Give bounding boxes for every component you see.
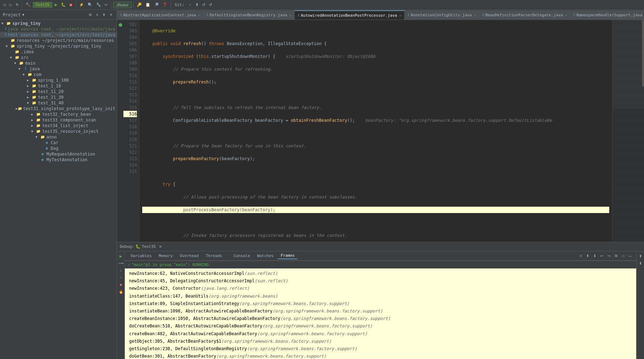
run-btn[interactable]: ▶ [53, 2, 59, 8]
dropdown-arrow[interactable]: ▼ [22, 13, 24, 17]
code-content[interactable]: @Override public void refresh() throws B… [139, 20, 612, 242]
debug-settings-btn[interactable]: 🔥 [118, 288, 124, 295]
tree-item-test33[interactable]: ▶ 📁 test33_component_scan [0, 117, 117, 123]
toolbar-btn8[interactable]: ❓ [161, 2, 169, 8]
debug-toolbar-btn3[interactable]: ⬇ [592, 253, 598, 259]
tab-close-btn[interactable]: ✕ [474, 13, 476, 17]
tree-item-java-src[interactable]: ▼ J java [0, 66, 117, 72]
sidebar-settings-btn[interactable]: ⚙ [87, 12, 93, 17]
toolbar-btn2[interactable]: 🔍 [86, 2, 94, 8]
tree-item-java-test[interactable]: J test sources root, ~/project/src/test/… [0, 32, 117, 38]
tree-item-test-1-10[interactable]: ▶ 📁 test_1_10 [0, 83, 117, 89]
tab-close-btn[interactable]: ✕ [399, 13, 401, 17]
debug-tab-watches[interactable]: Watches [254, 253, 276, 259]
tree-item-idea[interactable]: 📁 .idea [0, 49, 117, 55]
tree-item-java-main[interactable]: J java sources root, ~/project/src/main/… [0, 26, 117, 32]
tree-item-test32[interactable]: ▶ 📁 test32_factory_bean [0, 111, 117, 117]
debug-toolbar-btn4[interactable]: ↩ [599, 253, 605, 259]
debug-side-btn1[interactable]: ⬆ [637, 253, 644, 259]
toolbar-refresh-btn[interactable]: ↻ [14, 2, 20, 8]
debug-step-into-btn[interactable]: ↓ [118, 267, 124, 273]
jrebel-btn[interactable]: JRebel [113, 2, 132, 8]
toolbar-btn3[interactable]: 🔧 [95, 2, 102, 8]
minimap-viewport[interactable] [612, 20, 644, 109]
debug-toolbar-btn7[interactable]: □ [621, 253, 626, 259]
toolbar-btn7[interactable]: 🔎 [152, 2, 160, 8]
frame-item-7[interactable]: doCreateBean:510, AbstractAutowireCapabl… [128, 322, 633, 330]
frame-item-11[interactable]: doGetBean:301, AbstractBeanFactory (org.… [128, 353, 633, 359]
tree-item-com[interactable]: ▼ 📁 com [0, 72, 117, 77]
tree-item-test35[interactable]: ▼ 📁 test35_resource_inject [0, 129, 117, 134]
toolbar-btn6[interactable]: 📋 [144, 2, 152, 8]
sidebar-expand-btn[interactable]: ⬆ [101, 12, 107, 17]
tree-item-spring-tiny[interactable]: ▼ 📁 spring_tiny [0, 21, 117, 26]
frame-item-8[interactable]: createBean:482, AbstractAutowireCapableB… [128, 330, 633, 338]
debug-tab-console[interactable]: Console [231, 253, 253, 259]
debug-tab-threads[interactable]: Threads [203, 253, 225, 259]
stop-btn[interactable]: ■ [68, 1, 74, 8]
tree-item-spring-1-100[interactable]: ▶ 📁 spring_1_100 [0, 77, 117, 83]
tab-close-btn[interactable]: ✕ [289, 13, 292, 17]
debug-step-over-btn[interactable]: ⟶ [118, 260, 124, 266]
tree-item-car[interactable]: ● Car [0, 140, 117, 146]
frame-item-4[interactable]: instantiate:89, SimpleInstantiationStrat… [128, 300, 633, 308]
debug-tab-overhead[interactable]: Overhead [177, 253, 201, 259]
tree-item-dog[interactable]: ● Dog [0, 146, 117, 151]
tree-item-test-11-20[interactable]: ▶ 📁 test_11_20 [0, 89, 117, 94]
sidebar-gear-btn[interactable]: ≡ [95, 12, 100, 17]
frame-item-6[interactable]: createBeanInstance:1050, AbstractAutowir… [128, 315, 633, 322]
tree-item-resources[interactable]: 📁 resources ~/project/src/main/resources [0, 38, 117, 43]
debug-side-btn2[interactable]: ⬇ [637, 260, 644, 266]
git-action2[interactable]: ↺ [201, 2, 207, 8]
minimap-scrollbar[interactable] [642, 20, 644, 87]
debug-toolbar-btn5[interactable]: ↪ [606, 253, 612, 259]
tree-item-test-31-40[interactable]: ▼ 📁 test_31_40 [0, 100, 117, 106]
debug-close-btn[interactable]: ✕ [157, 244, 163, 249]
debug-tab-frames[interactable]: Frames [278, 252, 298, 259]
tab-annotation-config[interactable]: J AnnotationConfigUtils.java ✕ [405, 10, 479, 20]
tree-item-test34[interactable]: ▶ 📁 test34_list_inject [0, 123, 117, 129]
debug-tab-variables[interactable]: Variables [128, 253, 155, 259]
tab-namespace-handler[interactable]: J NamespaceHandlerSupport.java ✕ [570, 10, 644, 20]
toolbar-btn4[interactable]: ↩ [103, 2, 109, 8]
git-action3[interactable]: ↺ [207, 2, 213, 8]
debug-stop-btn[interactable]: ■ [118, 281, 124, 288]
debug-toolbar-btn6[interactable]: ⚙ [613, 253, 619, 259]
toolbar-build-btn[interactable]: 🔨 [24, 2, 32, 8]
tab-abstract-app-context[interactable]: J AbstractApplicationContext.java ✕ [117, 10, 204, 20]
toolbar-back-btn[interactable]: ◁ [1, 2, 7, 8]
tree-item-myrequest[interactable]: ● MyRequestAnnotation [0, 151, 117, 157]
tree-item-main[interactable]: ▼ 📁 main [0, 60, 117, 66]
tree-item-mytest[interactable]: ● MyTestAnnotation [0, 157, 117, 163]
git-check-btn[interactable]: ✓ [187, 2, 193, 8]
tab-autowired-annotation[interactable]: J AutowiredAnnotationBeanPostProcessor.j… [295, 10, 405, 20]
debug-toolbar-btn2[interactable]: ⬆ [585, 253, 590, 259]
tree-item-src[interactable]: ▼ 📁 src [0, 55, 117, 60]
toolbar-btn1[interactable]: ⚡ [78, 2, 85, 8]
sidebar-close-btn[interactable]: ✕ [108, 12, 114, 17]
frame-item-0[interactable]: newInstance:62, NativeConstructorAccesso… [128, 270, 633, 277]
toolbar-btn5[interactable]: 🔑 [135, 2, 143, 8]
debug-step-out-btn[interactable]: ↑ [118, 274, 124, 281]
frame-item-3[interactable]: instantiateClass:147, BeanUtils (org.spr… [128, 293, 633, 300]
frame-item-10[interactable]: getSingleton:230, DefaultSingletonBeanRe… [128, 345, 633, 353]
debug-toolbar-btn1[interactable]: ≡ [578, 253, 583, 259]
tab-default-singleton[interactable]: J DefaultSingletonBeanRegistry.java ✕ [204, 10, 295, 20]
tree-item-test31[interactable]: ▶ 📁 test31_singleton_prototype_lazy_init [0, 106, 117, 111]
tree-item-spring-tiny-sub[interactable]: ▼ 📁 spring_tiny ~/project/spring_tiny [0, 43, 117, 49]
tree-item-anno[interactable]: ▼ 📁 anno [0, 134, 117, 140]
debug-btn[interactable]: 🐛 [60, 2, 67, 8]
gutter-breakpoint[interactable]: ⬤ [118, 21, 123, 28]
frame-item-5[interactable]: instantiateBean:1098, AbstractAutowireCa… [128, 308, 633, 315]
git-action1[interactable]: ⬆ [194, 2, 200, 8]
debug-resume-btn[interactable]: ▶ [118, 253, 124, 259]
debug-tab-memory[interactable]: Memory [156, 253, 176, 259]
frame-item-2[interactable]: newInstance:423, Constructor (java.lang.… [128, 285, 633, 292]
tab-bean-def-parser[interactable]: J BeanDefinitionParserDelegate.java ✕ [479, 10, 570, 20]
tab-close-btn[interactable]: ✕ [565, 13, 567, 17]
frame-item-9[interactable]: getObject:305, AbstractBeanFactory$1 (or… [128, 338, 633, 345]
frame-item-1[interactable]: newInstance:45, DelegatingConstructorAcc… [128, 277, 633, 285]
tree-item-test-21-30[interactable]: ▶ 📁 test_21_30 [0, 94, 117, 100]
toolbar-forward-btn[interactable]: ▷ [8, 2, 13, 8]
debug-toolbar-btn8[interactable]: — [627, 253, 633, 259]
